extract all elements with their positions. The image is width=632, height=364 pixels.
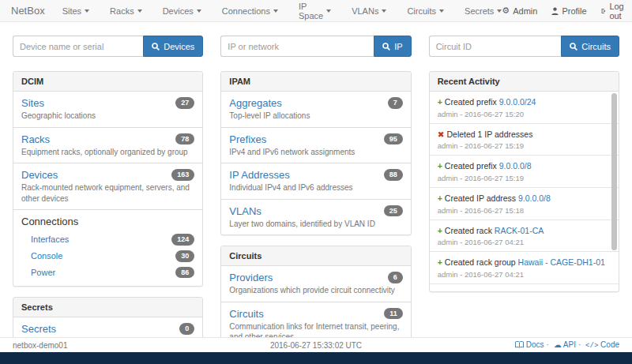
ip-addresses-link[interactable]: IP Addresses (229, 169, 289, 181)
cloud-icon: ☁ (554, 340, 562, 349)
logout-icon (601, 7, 607, 15)
brand[interactable]: NetBox (11, 5, 45, 17)
nav-item-ip-space[interactable]: IP Space (299, 2, 331, 21)
activity-meta: admin - 2016-06-27 15:19 (438, 174, 606, 182)
ip-search-button[interactable]: IP (374, 36, 411, 57)
code-link[interactable]: Code (600, 340, 619, 349)
chevron-down-icon (273, 9, 278, 13)
user-icon (551, 7, 559, 15)
chevron-down-icon (326, 9, 331, 13)
nav-item-label: Devices (163, 6, 194, 16)
chevron-down-icon (137, 9, 142, 13)
activity-action: Modified device type (446, 290, 522, 291)
nav-item-label: Circuits (407, 6, 436, 16)
console-count-badge: 30 (175, 250, 194, 262)
navbar: NetBox Sites Racks Devices Connections I… (0, 0, 632, 22)
devices-description: Rack-mounted network equipment, servers,… (21, 182, 194, 204)
activity-scrollbar[interactable] (611, 93, 617, 290)
pencil-icon (438, 290, 445, 291)
circuits-link[interactable]: Circuits (229, 308, 263, 320)
connections-title: Connections (21, 216, 194, 227)
nav-item-connections[interactable]: Connections (222, 6, 278, 16)
devices-count-badge: 163 (171, 169, 194, 181)
secrets-panel-title: Secrets (13, 298, 202, 317)
activity-object-link[interactable]: 9.0.0.0/8 (499, 161, 532, 171)
list-item-vlans: VLANs25 Layer two domains, identified by… (221, 200, 410, 235)
ip-search-input[interactable] (220, 36, 374, 57)
providers-link[interactable]: Providers (229, 272, 273, 283)
chevron-down-icon (197, 9, 201, 13)
column-activity: Recent Activity Created prefix 9.0.0.0/2… (429, 71, 619, 302)
secrets-link[interactable]: Secrets (21, 323, 56, 335)
connections-console-row: Console30 (21, 248, 194, 265)
interfaces-link[interactable]: Interfaces (31, 235, 69, 244)
scrollbar-thumb[interactable] (611, 93, 617, 250)
separator: · (547, 340, 549, 349)
racks-link[interactable]: Racks (21, 133, 50, 145)
profile-link[interactable]: Profile (551, 6, 586, 16)
device-search-button[interactable]: Devices (143, 36, 203, 57)
nav-item-vlans[interactable]: VLANs (352, 6, 386, 16)
devices-link[interactable]: Devices (21, 169, 58, 181)
activity-object-link[interactable]: RACK-01-CA (495, 226, 544, 235)
circuits-panel-title: Circuits (221, 246, 410, 266)
activity-object-link[interactable]: 9.0.0.0/8 (518, 193, 551, 203)
circuits-count-badge: 11 (384, 308, 403, 320)
book-icon (515, 341, 524, 348)
plus-icon (438, 226, 442, 235)
nav-item-secrets[interactable]: Secrets (465, 6, 502, 16)
vlans-count-badge: 25 (384, 205, 403, 217)
device-search-input[interactable] (13, 36, 143, 57)
activity-item: Created IP address 9.0.0.0/8 admin - 201… (430, 188, 619, 220)
docs-link[interactable]: Docs (526, 340, 544, 349)
nav-user-menu: ⚙Admin Profile Log out (502, 2, 627, 21)
nav-item-sites[interactable]: Sites (62, 6, 89, 16)
nav-item-circuits[interactable]: Circuits (407, 6, 444, 16)
nav-item-label: Secrets (465, 6, 494, 16)
nav-item-label: IP Space (299, 2, 323, 21)
console-link[interactable]: Console (31, 251, 62, 261)
hostname: netbox-demo01 (13, 341, 215, 350)
nav-item-label: Racks (110, 6, 134, 16)
activity-meta: admin - 2016-06-27 04:21 (438, 238, 606, 246)
search-icon (382, 43, 390, 51)
power-link[interactable]: Power (31, 268, 55, 277)
activity-object-link[interactable]: 9.0.0.0/24 (499, 97, 536, 107)
circuit-search-button[interactable]: Circuits (561, 36, 619, 57)
prefixes-link[interactable]: Prefixes (229, 133, 266, 145)
providers-description: Organizations which provide circuit conn… (229, 285, 402, 296)
api-link[interactable]: API (563, 340, 576, 349)
list-item-racks: Racks78 Equipment racks, optionally orga… (13, 128, 202, 164)
search-icon (570, 43, 577, 51)
circuit-search-input[interactable] (429, 36, 562, 57)
admin-link[interactable]: ⚙Admin (502, 6, 537, 16)
search-icon (152, 43, 160, 51)
activity-action: Deleted 1 IP addresses (446, 129, 532, 139)
list-item-providers: Providers6 Organizations which provide c… (221, 266, 410, 302)
footer-links: Docs· ☁ API· </> Code (417, 340, 619, 350)
activity-action: Created IP address (445, 193, 516, 203)
ip-addresses-count-badge: 88 (384, 169, 403, 181)
secrets-count-badge: 0 (179, 323, 194, 335)
logout-link[interactable]: Log out (601, 2, 627, 21)
vlans-link[interactable]: VLANs (229, 205, 261, 217)
nav-item-label: Sites (62, 6, 81, 16)
list-item-devices: Devices163 Rack-mounted network equipmen… (13, 163, 202, 210)
aggregates-link[interactable]: Aggregates (229, 97, 282, 109)
activity-object-link[interactable]: Hawaii - CAGE-DH1-01 (518, 257, 605, 267)
racks-description: Equipment racks, optionally organized by… (21, 147, 194, 158)
list-item-prefixes: Prefixes95 IPv4 and IPv6 network assignm… (221, 128, 410, 164)
nav-item-racks[interactable]: Racks (110, 6, 142, 16)
activity-item: Created prefix 9.0.0.0/24 admin - 2016-0… (430, 92, 619, 124)
nav-item-label: Connections (222, 6, 270, 16)
ipam-panel: IPAM Aggregates7 Top-level IP allocation… (220, 71, 411, 235)
prefixes-description: IPv4 and IPv6 network assignments (229, 147, 402, 158)
nav-item-devices[interactable]: Devices (163, 6, 201, 16)
device-search-button-label: Devices (164, 42, 194, 51)
sites-link[interactable]: Sites (21, 97, 44, 109)
main-content: DCIM Sites27 Geographic locations Racks7… (0, 71, 632, 364)
list-item-sites: Sites27 Geographic locations (13, 92, 202, 128)
bottom-strip (0, 352, 632, 364)
ipam-panel-title: IPAM (221, 72, 410, 92)
chevron-down-icon (382, 9, 386, 13)
